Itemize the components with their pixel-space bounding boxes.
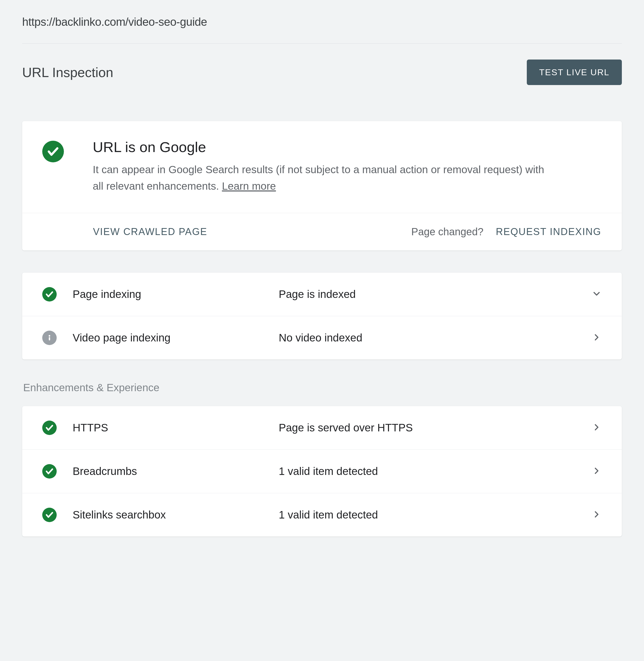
status-card: URL is on Google It can appear in Google… [22,121,622,250]
status-description: It can appear in Google Search results (… [93,162,546,194]
row-value: Page is indexed [279,288,592,300]
page-indexing-row[interactable]: Page indexing Page is indexed [22,273,622,316]
row-label: HTTPS [73,421,279,434]
view-crawled-page-button[interactable]: VIEW CRAWLED PAGE [93,226,207,237]
check-icon [42,464,57,479]
chevron-right-icon [592,422,602,433]
inspected-url[interactable]: https://backlinko.com/video-seo-guide [22,16,622,44]
info-icon [42,330,57,345]
title-row: URL Inspection TEST LIVE URL [22,60,622,85]
row-value: 1 valid item detected [279,509,592,521]
row-label: Video page indexing [73,332,279,344]
row-label: Sitelinks searchbox [73,509,279,521]
learn-more-link[interactable]: Learn more [222,180,276,192]
indexing-card: Page indexing Page is indexed Video page… [22,273,622,360]
sitelinks-searchbox-row[interactable]: Sitelinks searchbox 1 valid item detecte… [22,493,622,537]
request-indexing-button[interactable]: REQUEST INDEXING [496,226,601,237]
chevron-right-icon [592,466,602,477]
check-icon [42,141,64,162]
svg-rect-1 [49,337,50,340]
check-icon [42,508,57,522]
enhancements-heading: Enhancements & Experience [22,382,622,394]
row-label: Page indexing [73,288,279,300]
status-main: URL is on Google It can appear in Google… [22,121,622,213]
check-icon [42,420,57,435]
page-title: URL Inspection [22,65,113,80]
status-actions: VIEW CRAWLED PAGE Page changed? REQUEST … [22,213,622,250]
status-heading: URL is on Google [93,139,546,155]
chevron-right-icon [592,509,602,521]
row-value: No video indexed [279,332,592,344]
check-icon [42,287,57,301]
row-value: 1 valid item detected [279,465,592,478]
page-changed-label: Page changed? [411,226,483,237]
https-row[interactable]: HTTPS Page is served over HTTPS [22,406,622,450]
svg-point-0 [49,335,50,337]
breadcrumbs-row[interactable]: Breadcrumbs 1 valid item detected [22,450,622,493]
row-label: Breadcrumbs [73,465,279,478]
test-live-url-button[interactable]: TEST LIVE URL [527,60,622,85]
row-value: Page is served over HTTPS [279,421,592,434]
enhancements-card: HTTPS Page is served over HTTPS Breadcru… [22,406,622,537]
chevron-right-icon [592,332,602,343]
chevron-down-icon [592,289,602,300]
video-page-indexing-row[interactable]: Video page indexing No video indexed [22,316,622,360]
